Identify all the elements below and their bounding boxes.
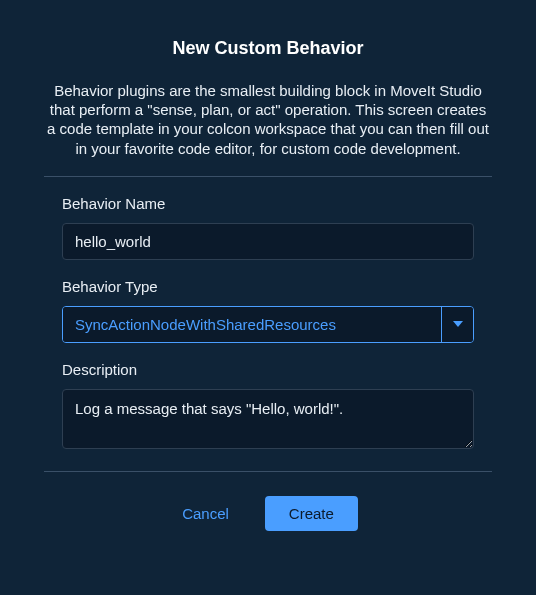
behavior-type-label: Behavior Type — [62, 278, 474, 295]
behavior-name-input[interactable] — [62, 223, 474, 260]
field-behavior-name: Behavior Name — [62, 195, 474, 260]
field-behavior-type: Behavior Type SyncActionNodeWithSharedRe… — [62, 278, 474, 343]
behavior-name-label: Behavior Name — [62, 195, 474, 212]
cancel-button[interactable]: Cancel — [178, 497, 233, 530]
description-label: Description — [62, 361, 474, 378]
behavior-type-value[interactable]: SyncActionNodeWithSharedResources — [63, 307, 441, 342]
behavior-type-select[interactable]: SyncActionNodeWithSharedResources — [62, 306, 474, 343]
behavior-form: Behavior Name Behavior Type SyncActionNo… — [44, 195, 492, 454]
create-button[interactable]: Create — [265, 496, 358, 531]
description-textarea[interactable] — [62, 389, 474, 450]
dialog-description: Behavior plugins are the smallest buildi… — [44, 81, 492, 158]
dropdown-arrow-icon[interactable] — [441, 307, 473, 342]
new-behavior-dialog: New Custom Behavior Behavior plugins are… — [44, 38, 492, 531]
divider-top — [44, 176, 492, 177]
divider-bottom — [44, 471, 492, 472]
field-description: Description — [62, 361, 474, 454]
dialog-title: New Custom Behavior — [44, 38, 492, 59]
dialog-actions: Cancel Create — [44, 496, 492, 531]
